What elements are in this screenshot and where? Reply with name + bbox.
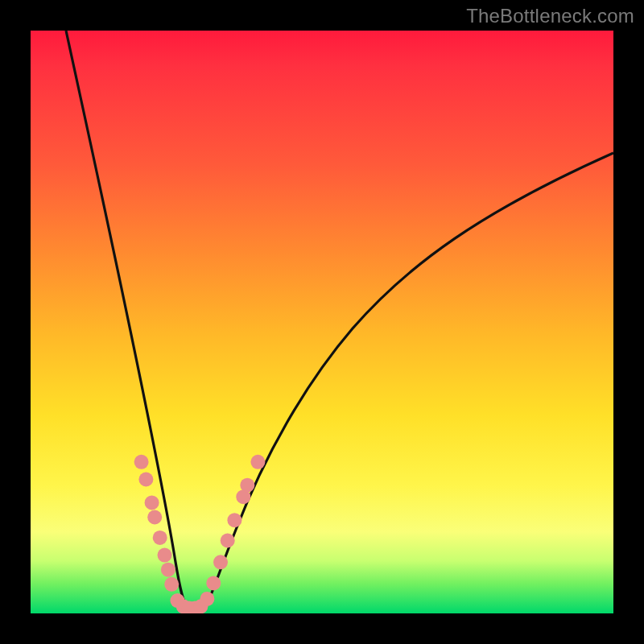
plot-area <box>31 31 613 613</box>
data-marker <box>164 577 179 592</box>
right-curve <box>204 153 613 609</box>
chart-svg <box>31 31 613 613</box>
data-marker <box>145 495 159 510</box>
chart-frame: TheBottleneck.com <box>0 0 644 644</box>
data-marker <box>200 592 214 606</box>
data-marker <box>138 473 153 487</box>
data-marker <box>206 576 221 590</box>
curve-layer <box>66 31 613 611</box>
data-marker <box>213 555 228 569</box>
left-curve <box>66 31 188 609</box>
watermark-text: TheBottleneck.com <box>466 5 634 27</box>
data-marker <box>158 548 172 563</box>
data-marker <box>250 455 265 469</box>
data-marker <box>221 534 235 548</box>
marker-layer <box>134 455 266 613</box>
data-marker <box>134 455 149 469</box>
data-marker <box>153 530 167 545</box>
data-marker <box>240 478 254 493</box>
data-marker <box>147 510 162 525</box>
data-marker <box>227 513 242 527</box>
data-marker <box>161 563 175 577</box>
